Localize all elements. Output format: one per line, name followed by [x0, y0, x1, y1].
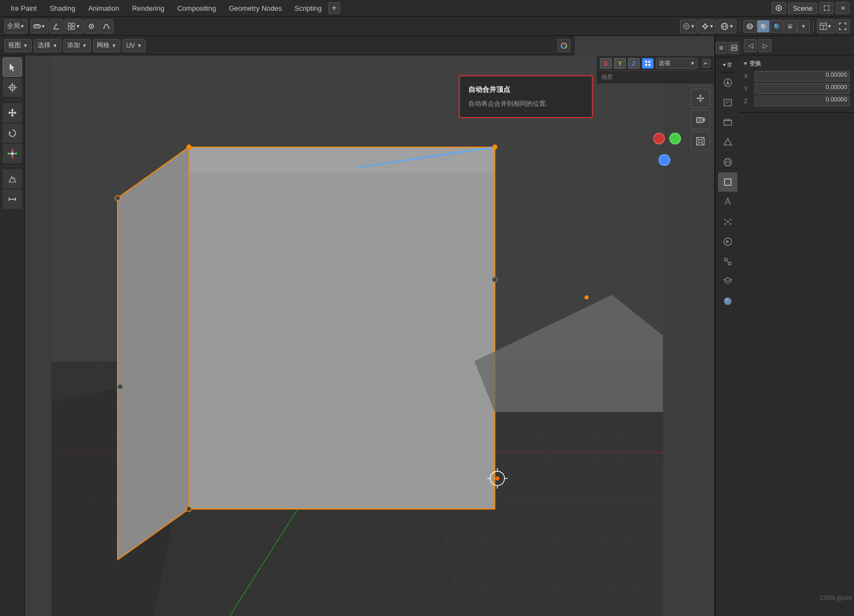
dropdown-arrow-icon: ▼ — [20, 24, 25, 29]
scale-tool-btn[interactable] — [3, 144, 22, 163]
overlay-gizmo-btn[interactable] — [558, 39, 570, 52]
render-preview-btn[interactable] — [784, 20, 797, 33]
blue-dot[interactable] — [658, 154, 670, 166]
window-close-btn[interactable]: ✕ — [836, 2, 850, 14]
viewport-gizmo-btn[interactable]: ▼ — [680, 19, 698, 33]
perspective-toggle-btn[interactable] — [691, 132, 710, 151]
fullscreen-btn[interactable] — [836, 19, 850, 33]
rotate-tool-btn[interactable] — [3, 124, 22, 143]
svg-point-30 — [563, 43, 565, 45]
transform-z-label: Z — [744, 98, 752, 104]
x-axis-btn[interactable]: X — [600, 58, 612, 69]
3d-scene-canvas[interactable] — [25, 55, 690, 616]
add-workspace-button[interactable]: + — [328, 2, 340, 14]
red-dot[interactable] — [653, 133, 665, 144]
scene-props-btn[interactable] — [718, 133, 737, 152]
world-props-btn[interactable] — [718, 153, 737, 172]
annotate-tool-btn[interactable] — [3, 169, 22, 189]
particles-props-btn[interactable] — [718, 212, 737, 231]
svg-point-130 — [724, 223, 726, 225]
link-icon — [33, 23, 41, 30]
pivot-point-btn[interactable] — [84, 19, 98, 33]
constraints-props-btn[interactable] — [718, 252, 737, 271]
z-axis-btn[interactable]: Z — [628, 58, 640, 69]
select-menu-btn[interactable]: 选择 ▼ — [34, 39, 61, 52]
window-expand-btn[interactable] — [820, 2, 834, 14]
pan-icon — [696, 93, 705, 103]
props-expand-btn[interactable]: ⊞ — [715, 42, 727, 54]
pan-nav-btn[interactable] — [691, 89, 710, 108]
nav-back-btn[interactable]: ◁ — [744, 39, 757, 52]
svg-marker-121 — [724, 139, 732, 145]
transform-z-input[interactable]: 0.00000 — [755, 96, 850, 106]
transform-z-row: Z 0.00000 — [744, 96, 850, 106]
render-icon-btn[interactable] — [772, 2, 786, 14]
solid-shading-btn[interactable] — [757, 20, 770, 33]
render-props-btn[interactable] — [718, 73, 737, 92]
expand-icon — [823, 5, 830, 11]
global-dropdown-btn[interactable]: 全局 ▼ — [4, 19, 27, 33]
blue-dot-container — [658, 154, 670, 166]
shading-dropdown-btn[interactable]: ▼ — [797, 20, 810, 33]
menu-item-animation[interactable]: Animation — [82, 2, 126, 15]
add-menu-btn[interactable]: 添加 ▼ — [63, 39, 91, 52]
physics-props-btn[interactable] — [718, 232, 737, 251]
modifier-props-icon — [723, 197, 733, 207]
transform-orientation-btn[interactable] — [49, 19, 63, 33]
menu-item-shading[interactable]: Shading — [43, 2, 82, 15]
grid-snap-btn[interactable]: ▼ — [64, 19, 83, 33]
modifier-props-btn[interactable] — [718, 192, 737, 212]
svg-point-10 — [704, 25, 707, 28]
select-tool-btn[interactable] — [3, 57, 22, 77]
menu-item-rendering[interactable]: Rendering — [126, 2, 171, 15]
y-axis-btn[interactable]: Y — [614, 58, 626, 69]
output-props-btn[interactable] — [718, 93, 737, 112]
properties-panel: ⊞ ▾ 变 — [714, 36, 854, 616]
svg-point-21 — [761, 24, 766, 29]
transform-y-input[interactable]: 0.00000 — [755, 83, 850, 94]
camera-view-btn[interactable] — [691, 110, 710, 129]
global-space-icon — [720, 22, 729, 31]
data-props-btn[interactable] — [718, 272, 737, 291]
viewport-3d[interactable]: 视图 ▼ 选择 ▼ 添加 ▼ 网格 ▼ UV ▼ — [0, 36, 714, 616]
editor-type-dropdown-icon: ▼ — [827, 24, 832, 29]
menu-item-scripting[interactable]: Scripting — [288, 2, 328, 15]
props-layout-btn[interactable] — [728, 42, 740, 54]
wireframe-shading-btn[interactable] — [743, 20, 756, 33]
mesh-menu-btn[interactable]: 网格 ▼ — [93, 39, 120, 52]
uv-menu-btn[interactable]: UV ▼ — [122, 39, 146, 52]
toolbar-separator-1 — [740, 21, 740, 32]
material-props-btn[interactable] — [718, 292, 737, 311]
editor-type-btn[interactable]: ▼ — [817, 19, 835, 33]
overlay-option-dropdown[interactable]: 选项 ▼ — [656, 58, 698, 69]
transform-x-label: X — [744, 73, 752, 79]
global-space-btn[interactable]: ▼ — [718, 19, 736, 33]
proportional-edit-btn[interactable] — [99, 19, 113, 33]
menu-item-geometry-nodes[interactable]: Geometry Nodes — [222, 2, 288, 15]
svg-line-135 — [727, 261, 728, 262]
nav-forward-btn[interactable]: ▷ — [758, 39, 771, 52]
tooltip-title: 自动合并顶点 — [468, 85, 583, 95]
add-chevron-icon: ▼ — [82, 43, 87, 48]
scene-name-label[interactable]: Scene — [788, 3, 817, 14]
link-btn[interactable]: ▼ — [31, 19, 48, 33]
material-preview-btn[interactable] — [770, 20, 783, 33]
snap-to-grid-btn[interactable] — [642, 58, 654, 69]
svg-point-22 — [761, 24, 763, 26]
menu-item-compositing[interactable]: Compositing — [171, 2, 222, 15]
transform-x-input[interactable]: 0.00000 — [755, 71, 850, 82]
header-toolbar: 全局 ▼ ▼ ▼ — [0, 17, 854, 36]
move-tool-btn[interactable] — [3, 103, 22, 122]
menu-item-texture-paint[interactable]: Ire Paint — [4, 2, 43, 15]
svg-point-88 — [118, 384, 122, 389]
measure-tool-btn[interactable] — [3, 190, 22, 209]
object-props-btn[interactable] — [718, 172, 737, 192]
view-menu-btn[interactable]: 视图 ▼ — [4, 39, 32, 52]
green-dot[interactable] — [669, 133, 681, 144]
svg-point-83 — [493, 144, 497, 149]
cursor-tool-btn[interactable] — [3, 78, 22, 97]
snap-btn[interactable]: ▼ — [699, 19, 717, 33]
expand-panel-btn[interactable]: ⇤ — [702, 59, 711, 68]
main-content-area: 视图 ▼ 选择 ▼ 添加 ▼ 网格 ▼ UV ▼ — [0, 36, 854, 616]
view-layer-props-btn[interactable] — [718, 113, 737, 132]
